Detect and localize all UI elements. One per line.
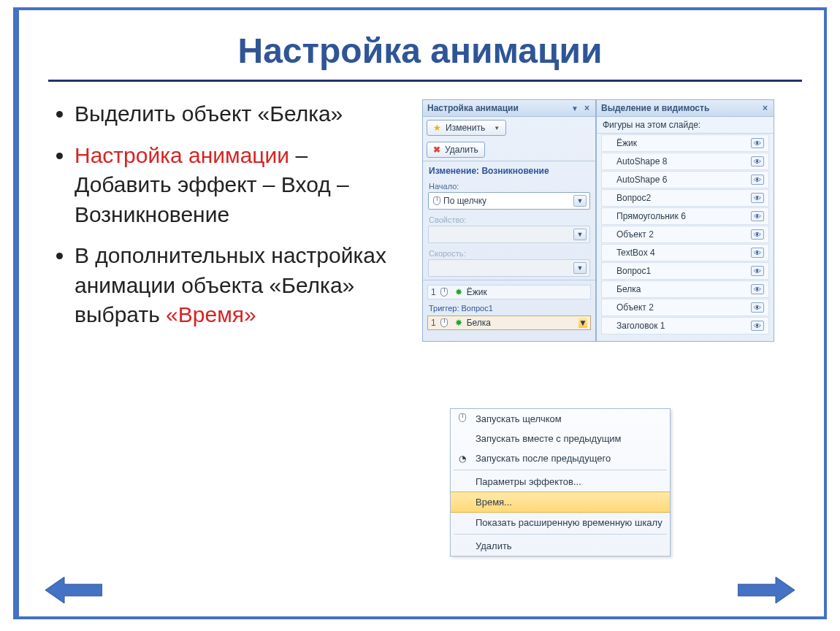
arrow-right-icon xyxy=(738,575,795,605)
eye-icon[interactable]: 👁 xyxy=(751,211,764,221)
animation-panel-title: Настройка анимации xyxy=(427,103,519,113)
shape-row[interactable]: Вопрос1👁 xyxy=(601,262,769,280)
close-icon[interactable]: × xyxy=(583,103,591,113)
effect-section-label: Изменение: Возникновение xyxy=(423,161,595,179)
animation-item[interactable]: 1 ✸ Ёжик xyxy=(427,285,591,299)
start-select[interactable]: По щелчку ▼ xyxy=(428,192,590,210)
ctx-start-onclick[interactable]: Запускать щелчком xyxy=(451,409,670,429)
effect-star-icon: ✸ xyxy=(455,318,462,328)
clock-icon: ◔ xyxy=(457,454,468,464)
x-icon: ✖ xyxy=(433,145,440,155)
change-effect-button[interactable]: ★ Изменить ▼ xyxy=(427,120,506,136)
chevron-down-icon: ▼ xyxy=(494,125,500,131)
visibility-panel: Выделение и видимость × Фигуры на этом с… xyxy=(596,99,774,342)
visibility-list: Ёжик👁 AutoShape 8👁 AutoShape 6👁 Вопрос2👁… xyxy=(597,134,774,334)
eye-icon[interactable]: 👁 xyxy=(751,193,764,203)
ctx-effect-options[interactable]: Параметры эффектов... xyxy=(451,472,670,492)
visibility-panel-header[interactable]: Выделение и видимость × xyxy=(597,100,774,117)
shape-name: AutoShape 8 xyxy=(616,156,751,167)
property-label: Свойство: xyxy=(423,213,595,226)
shape-row[interactable]: Белка👁 xyxy=(601,280,769,298)
ctx-start-after-previous[interactable]: ◔ Запускать после предыдущего xyxy=(451,448,670,468)
shape-name: Заголовок 1 xyxy=(616,321,751,331)
close-icon[interactable]: × xyxy=(761,103,769,113)
ctx-separator xyxy=(454,470,667,470)
shape-name: Вопрос2 xyxy=(616,193,751,203)
title-rule xyxy=(48,80,802,82)
speed-select: ▼ xyxy=(428,259,590,277)
bullet-list: Выделить объект «Белка» Настройка анимац… xyxy=(57,99,408,342)
eye-icon[interactable]: 👁 xyxy=(751,248,764,258)
shape-row[interactable]: AutoShape 6👁 xyxy=(601,171,769,188)
ctx-delete[interactable]: Удалить xyxy=(451,536,670,556)
anim-index: 1 xyxy=(431,287,436,297)
change-label: Изменить xyxy=(446,123,485,133)
bullet-3: В дополнительных настройках анимации объ… xyxy=(75,241,408,330)
shape-name: Белка xyxy=(616,284,751,294)
chevron-down-icon[interactable]: ▼ xyxy=(573,195,587,207)
prev-arrow[interactable] xyxy=(45,575,102,605)
shape-row[interactable]: Заголовок 1👁 xyxy=(601,317,769,334)
shape-row[interactable]: Прямоугольник 6👁 xyxy=(601,207,769,225)
eye-icon[interactable]: 👁 xyxy=(751,175,764,185)
slide-title: Настройка анимации xyxy=(16,10,824,80)
shape-row[interactable]: TextBox 4👁 xyxy=(601,244,769,261)
next-arrow[interactable] xyxy=(738,575,795,605)
arrow-left-icon xyxy=(45,575,102,605)
shape-row[interactable]: Объект 2👁 xyxy=(601,226,769,243)
eye-icon[interactable]: 👁 xyxy=(751,284,764,294)
content-row: Выделить объект «Белка» Настройка анимац… xyxy=(16,99,824,342)
bullet-1: Выделить объект «Белка» xyxy=(75,99,408,129)
chevron-down-icon: ▼ xyxy=(573,229,587,240)
delete-effect-button[interactable]: ✖ Удалить xyxy=(427,142,485,158)
star-icon: ★ xyxy=(433,123,441,133)
shape-name: Прямоугольник 6 xyxy=(616,211,751,221)
animation-panel-header[interactable]: Настройка анимации ▼ × xyxy=(423,100,595,117)
eye-icon[interactable]: 👁 xyxy=(751,302,764,313)
visibility-panel-title: Выделение и видимость xyxy=(601,103,709,113)
ctx-label: Время... xyxy=(476,497,512,508)
bullet-3-red: «Время» xyxy=(166,302,256,326)
ctx-label: Показать расширенную временную шкалу xyxy=(476,517,663,528)
shape-name: AutoShape 6 xyxy=(616,175,751,185)
anim-index: 1 xyxy=(431,318,436,328)
eye-icon[interactable]: 👁 xyxy=(751,266,764,276)
shape-name: TextBox 4 xyxy=(616,248,751,258)
shape-name: Ёжик xyxy=(616,138,751,148)
effect-star-icon: ✸ xyxy=(455,287,462,297)
start-value: По щелчку xyxy=(443,196,573,206)
eye-icon[interactable]: 👁 xyxy=(751,156,764,167)
ctx-start-with-previous[interactable]: Запускать вместе с предыдущим xyxy=(451,429,670,448)
anim-object-name: Ёжик xyxy=(467,287,487,297)
ctx-label: Параметры эффектов... xyxy=(476,476,581,487)
eye-icon[interactable]: 👁 xyxy=(751,138,764,148)
mouse-icon xyxy=(440,318,448,327)
shape-row[interactable]: Вопрос2👁 xyxy=(601,189,769,207)
eye-icon[interactable]: 👁 xyxy=(751,321,764,331)
trigger-label: Триггер: Вопрос1 xyxy=(427,301,591,314)
delete-label: Удалить xyxy=(445,145,478,155)
animation-item-selected[interactable]: 1 ✸ Белка ▼ xyxy=(427,316,591,330)
mouse-icon xyxy=(440,288,448,297)
shape-row[interactable]: Объект 2👁 xyxy=(601,299,769,316)
shape-row[interactable]: AutoShape 8👁 xyxy=(601,153,769,170)
start-label: Начало: xyxy=(423,179,595,192)
animation-panel: Настройка анимации ▼ × ★ Изменить ▼ ✖ Уд… xyxy=(422,99,596,342)
eye-icon[interactable]: 👁 xyxy=(751,229,764,240)
ctx-separator xyxy=(454,534,667,535)
shape-name: Вопрос1 xyxy=(616,266,751,276)
shape-row[interactable]: Ёжик👁 xyxy=(601,134,769,152)
panels-area: Настройка анимации ▼ × ★ Изменить ▼ ✖ Уд… xyxy=(408,99,817,342)
ctx-label: Запускать щелчком xyxy=(476,413,562,424)
bullet-2: Настройка анимации – Добавить эффект – В… xyxy=(75,141,408,230)
mouse-icon xyxy=(457,413,468,424)
ctx-timing[interactable]: Время... xyxy=(451,492,670,513)
shape-name: Объект 2 xyxy=(616,229,751,240)
ctx-label: Запускать после предыдущего xyxy=(476,453,611,464)
item-dropdown-icon[interactable]: ▼ xyxy=(579,318,587,328)
panel-menu-icon[interactable]: ▼ xyxy=(571,104,579,112)
animation-list: 1 ✸ Ёжик Триггер: Вопрос1 1 ✸ Белка ▼ xyxy=(423,280,595,334)
ctx-show-timeline[interactable]: Показать расширенную временную шкалу xyxy=(451,513,670,532)
ctx-label: Удалить xyxy=(476,540,512,551)
speed-label: Скорость: xyxy=(423,246,595,259)
